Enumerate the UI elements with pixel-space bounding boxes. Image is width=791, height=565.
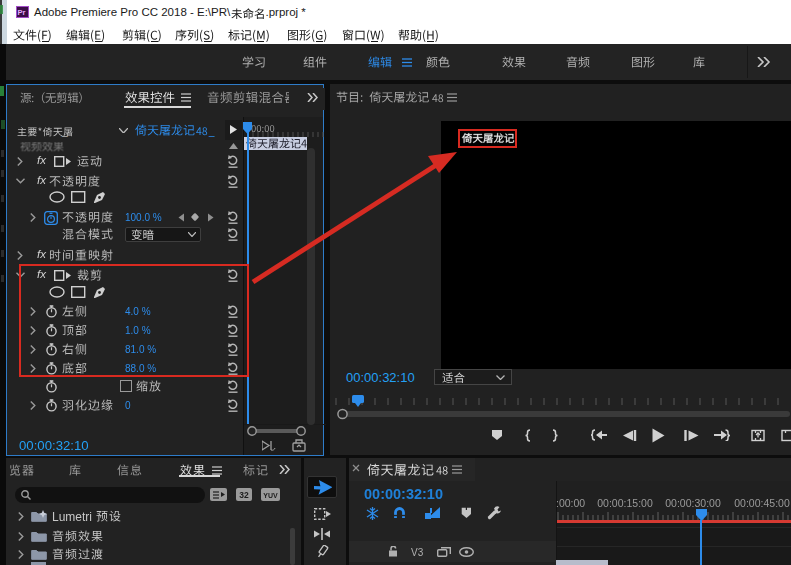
svg-text:YUV: YUV — [263, 492, 278, 499]
svg-text:32: 32 — [239, 490, 249, 500]
